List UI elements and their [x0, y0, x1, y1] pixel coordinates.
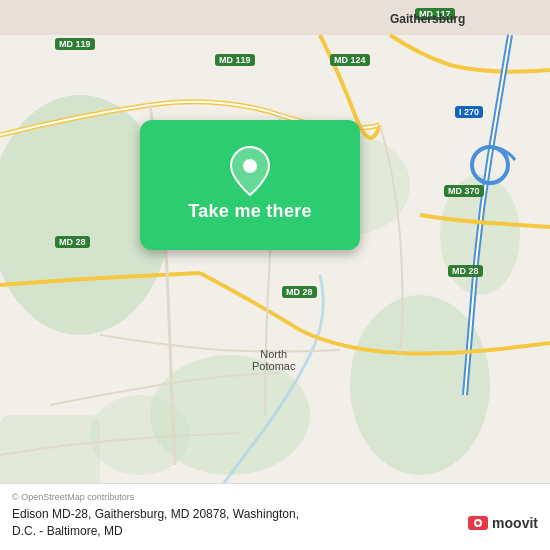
address-line: Edison MD-28, Gaithersburg, MD 20878, Wa… — [12, 506, 538, 540]
road-badge-md119-1: MD 119 — [55, 38, 95, 50]
city-label-gaithersburg: Gaithersburg — [390, 12, 465, 26]
road-badge-i270: I 270 — [455, 106, 483, 118]
address-line1: Edison MD-28, Gaithersburg, MD 20878, Wa… — [12, 507, 299, 521]
road-badge-md28-2: MD 28 — [282, 286, 317, 298]
moovit-logo: moovit — [492, 515, 538, 531]
moovit-icon — [468, 516, 488, 530]
place-label-north-potomac: NorthPotomac — [252, 348, 295, 372]
address-text: Edison MD-28, Gaithersburg, MD 20878, Wa… — [12, 506, 468, 540]
road-badge-md119-2: MD 119 — [215, 54, 255, 66]
moovit-badge: moovit — [468, 515, 538, 531]
map-container: MD 119 MD 119 MD 124 MD 117 MD 28 MD 28 … — [0, 0, 550, 550]
road-badge-md370: MD 370 — [444, 185, 484, 197]
road-badge-md124: MD 124 — [330, 54, 370, 66]
bottom-bar: © OpenStreetMap contributors Edison MD-2… — [0, 483, 550, 550]
location-pin-icon — [228, 149, 272, 193]
road-badge-md28-1: MD 28 — [55, 236, 90, 248]
svg-point-11 — [476, 521, 480, 525]
road-badge-md28-3: MD 28 — [448, 265, 483, 277]
svg-point-9 — [243, 159, 257, 173]
take-me-there-card[interactable]: Take me there — [140, 120, 360, 250]
address-line2: D.C. - Baltimore, MD — [12, 524, 123, 538]
take-me-there-label: Take me there — [188, 201, 312, 222]
copyright: © OpenStreetMap contributors — [12, 492, 538, 502]
